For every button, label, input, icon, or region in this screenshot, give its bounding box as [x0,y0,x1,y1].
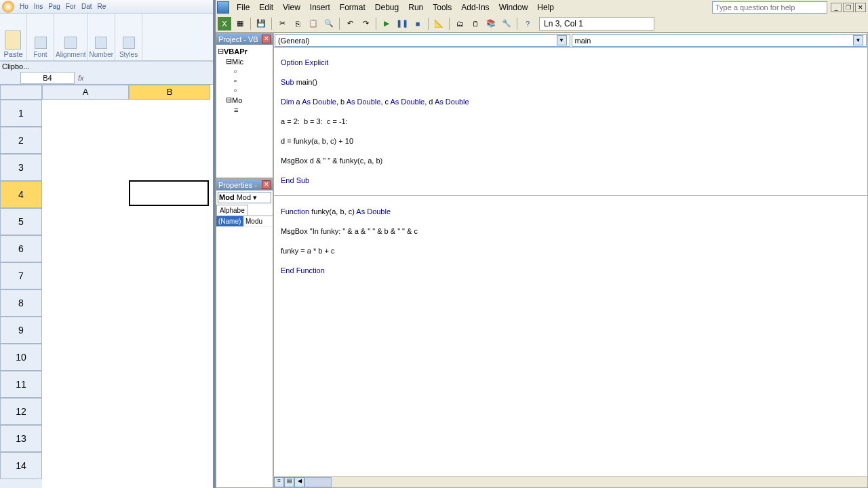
scroll-left-icon[interactable]: ◀ [294,477,304,487]
number-label: Number [89,51,113,58]
font-icon[interactable] [35,37,47,49]
tree-item[interactable]: ▫ [218,85,271,95]
name-box[interactable] [20,72,75,84]
tree-item[interactable]: ▫ [218,66,271,76]
vbe-left-panels: Project - VB ✕ ⊟ VBAPr ⊟ Mic ▫ ▫ ▫ ⊟ Mo … [216,33,273,488]
help-icon[interactable]: ? [521,17,534,30]
ribbon-tab-review[interactable]: Re [95,1,109,12]
ribbon-group-styles: Styles [115,14,142,60]
menu-edit[interactable]: Edit [254,1,278,14]
project-tree[interactable]: ⊟ VBAPr ⊟ Mic ▫ ▫ ▫ ⊟ Mo ≡ [216,45,273,116]
row-header[interactable]: 9 [0,317,42,344]
break-icon[interactable]: ❚❚ [395,17,409,30]
toolbox-icon[interactable]: 🔧 [500,17,513,30]
ribbon-tab-home[interactable]: Ho [17,1,31,12]
properties-object-combo[interactable]: Mod Mod ▾ [218,192,271,203]
tree-item[interactable]: ▫ [218,76,271,85]
alignment-label: Alignment [56,51,85,58]
row-header[interactable]: 12 [0,398,42,425]
ribbon-tab-pagelayout[interactable]: Pag [45,1,63,12]
fx-icon[interactable]: fx [78,74,84,82]
align-icon[interactable] [64,37,77,49]
help-search-input[interactable] [712,1,827,14]
col-header-a[interactable]: A [42,85,129,100]
properties-window-icon[interactable]: 🗒 [469,17,482,30]
view-excel-icon[interactable]: X [218,17,231,30]
properties-title: Properties - [218,181,257,189]
properties-close-icon[interactable]: ✕ [262,180,271,189]
object-browser-icon[interactable]: 📚 [484,17,498,30]
menu-debug[interactable]: Debug [370,1,403,14]
dropdown-arrow-icon[interactable]: ▼ [557,35,567,45]
insert-module-icon[interactable]: ▦ [233,17,247,30]
menu-run[interactable]: Run [403,1,428,14]
row-header[interactable]: 13 [0,425,42,452]
menu-addins[interactable]: Add-Ins [456,1,494,14]
row-header[interactable]: 6 [0,235,42,262]
cells-area[interactable] [42,100,213,488]
row-header[interactable]: 2 [0,127,42,154]
ribbon-tab-data[interactable]: Dat [79,1,95,12]
menu-insert[interactable]: Insert [305,1,335,14]
row-header[interactable]: 8 [0,289,42,317]
row-header[interactable]: 4 [0,181,42,208]
select-all-corner[interactable] [0,85,42,100]
cut-icon[interactable]: ✂ [275,17,289,30]
row-header[interactable]: 3 [0,154,42,181]
restore-button[interactable]: ❐ [843,3,854,12]
properties-tab-alphabetic[interactable]: Alphabe [216,205,248,216]
styles-icon[interactable] [123,37,135,49]
scroll-thumb[interactable] [304,477,332,487]
menu-window[interactable]: Window [494,1,533,14]
properties-title-bar: Properties - ✕ [216,179,273,190]
row-header[interactable]: 14 [0,452,42,479]
find-icon[interactable]: 🔍 [322,17,336,30]
view-procedure-icon[interactable]: ▤ [284,477,294,487]
minimize-button[interactable]: _ [831,3,842,12]
ribbon-tab-insert[interactable]: Ins [31,1,45,12]
tree-item[interactable]: ⊟ Mic [218,56,271,66]
tree-item[interactable]: ≡ [218,105,271,115]
tree-root[interactable]: ⊟ VBAPr [218,46,271,56]
reset-icon[interactable]: ■ [411,17,425,30]
clipboard-label-row: Clipbo... [0,61,213,71]
ribbon-tab-formulas[interactable]: For [63,1,79,12]
copy-icon[interactable]: ⎘ [291,17,304,30]
object-dropdown[interactable]: (General) ▼ [275,34,570,47]
view-full-module-icon[interactable]: ≡ [274,477,284,487]
run-icon[interactable]: ▶ [380,17,393,30]
redo-icon[interactable]: ↷ [359,17,372,30]
save-icon[interactable]: 💾 [254,17,268,30]
menu-help[interactable]: Help [532,1,559,14]
dropdown-arrow-icon[interactable]: ▼ [853,35,863,45]
undo-icon[interactable]: ↶ [343,17,357,30]
property-value[interactable]: Modu [243,216,264,226]
paste-icon[interactable]: 📋 [307,17,320,30]
code-editor[interactable]: Option Explicit Sub main() Dim a As Doub… [274,48,867,476]
menu-format[interactable]: Format [335,1,370,14]
row-header[interactable]: 10 [0,344,42,371]
row-header[interactable]: 11 [0,371,42,398]
clipboard-label: Clipbo... [2,62,29,70]
property-row[interactable]: (Name) Modu [216,216,273,227]
properties-window: Properties - ✕ Mod Mod ▾ Alphabe (Name) … [216,178,273,488]
row-header[interactable]: 5 [0,208,42,235]
project-explorer-icon[interactable]: 🗂 [453,17,467,30]
excel-grid[interactable]: 1 2 3 4 5 6 7 8 9 10 11 12 13 14 [0,100,213,488]
number-icon[interactable] [95,37,107,49]
office-button[interactable] [2,1,14,13]
menu-file[interactable]: File [232,1,254,14]
menu-view[interactable]: View [278,1,305,14]
horizontal-scrollbar[interactable]: ≡ ▤ ◀ [274,476,867,487]
paste-icon[interactable] [5,30,21,49]
design-mode-icon[interactable]: 📐 [432,17,446,30]
procedure-dropdown[interactable]: main ▼ [572,34,867,47]
close-button[interactable]: ✕ [855,3,866,12]
excel-ribbon-tabs: Ho Ins Pag For Dat Re [0,0,213,14]
menu-tools[interactable]: Tools [428,1,456,14]
row-header[interactable]: 1 [0,100,42,127]
project-close-icon[interactable]: ✕ [262,35,271,43]
tree-item[interactable]: ⊟ Mo [218,95,271,105]
row-header[interactable]: 7 [0,262,42,289]
col-header-b[interactable]: B [129,85,210,100]
